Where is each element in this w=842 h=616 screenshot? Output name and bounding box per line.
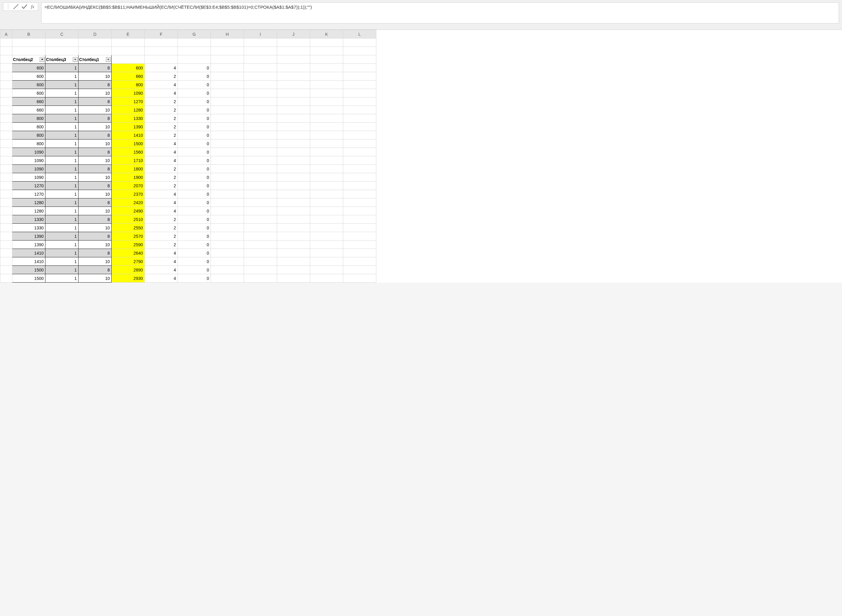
cell[interactable]: 0 xyxy=(178,139,211,148)
cell[interactable] xyxy=(277,173,310,182)
cell-highlight[interactable]: 1390 xyxy=(112,123,145,131)
cell[interactable] xyxy=(277,38,310,47)
cell[interactable] xyxy=(343,224,376,232)
cell[interactable]: 4 xyxy=(145,249,178,257)
cell[interactable]: 2 xyxy=(145,215,178,224)
cell[interactable] xyxy=(244,232,277,241)
cell[interactable]: 2 xyxy=(145,106,178,114)
cell[interactable] xyxy=(343,173,376,182)
cell[interactable]: 1 xyxy=(46,106,78,114)
cell[interactable] xyxy=(310,173,343,182)
cell[interactable]: 8 xyxy=(78,232,112,241)
cell[interactable] xyxy=(310,274,343,283)
cell[interactable] xyxy=(310,97,343,106)
cell[interactable] xyxy=(277,89,310,97)
cell-highlight[interactable]: 800 xyxy=(112,81,145,89)
cell[interactable]: 8 xyxy=(78,148,112,156)
cell-highlight[interactable]: 2510 xyxy=(112,215,145,224)
cell[interactable] xyxy=(211,139,244,148)
cell[interactable] xyxy=(0,55,12,64)
cell[interactable]: 800 xyxy=(12,114,46,123)
column-header-C[interactable]: C xyxy=(46,30,78,38)
cell[interactable] xyxy=(310,47,343,55)
cell[interactable] xyxy=(343,97,376,106)
cell[interactable]: 660 xyxy=(12,106,46,114)
cell[interactable]: 1090 xyxy=(12,165,46,173)
cell[interactable] xyxy=(310,224,343,232)
cell[interactable] xyxy=(244,106,277,114)
cell[interactable]: 10 xyxy=(78,224,112,232)
cell[interactable] xyxy=(277,257,310,266)
cell[interactable]: 4 xyxy=(145,148,178,156)
cell[interactable] xyxy=(211,81,244,89)
cell[interactable] xyxy=(178,47,211,55)
cell[interactable] xyxy=(12,38,46,47)
table-header-cell[interactable]: Столбец1 xyxy=(78,55,112,64)
cell[interactable] xyxy=(211,64,244,72)
cell[interactable] xyxy=(0,232,12,241)
cell[interactable] xyxy=(211,123,244,131)
cell-highlight[interactable]: 1330 xyxy=(112,114,145,123)
cell[interactable] xyxy=(0,38,12,47)
cell[interactable] xyxy=(343,241,376,249)
cell[interactable]: 8 xyxy=(78,182,112,190)
cell[interactable] xyxy=(244,123,277,131)
cell[interactable] xyxy=(0,241,12,249)
table-header-cell[interactable]: Столбец3 xyxy=(46,55,78,64)
cell[interactable] xyxy=(343,81,376,89)
cell[interactable]: 10 xyxy=(78,241,112,249)
cell[interactable]: 800 xyxy=(12,139,46,148)
cell-highlight[interactable]: 600 xyxy=(112,64,145,72)
cancel-formula-button[interactable] xyxy=(13,4,19,10)
cell[interactable]: 10 xyxy=(78,257,112,266)
cell[interactable] xyxy=(244,266,277,274)
cell[interactable] xyxy=(343,139,376,148)
cell[interactable] xyxy=(244,148,277,156)
cell[interactable]: 1 xyxy=(46,123,78,131)
enter-formula-button[interactable] xyxy=(21,4,27,10)
cell[interactable] xyxy=(277,190,310,198)
cell[interactable]: 4 xyxy=(145,89,178,97)
cell[interactable]: 1 xyxy=(46,266,78,274)
cell[interactable]: 600 xyxy=(12,81,46,89)
cell[interactable] xyxy=(310,89,343,97)
cell[interactable] xyxy=(310,64,343,72)
cell[interactable] xyxy=(0,148,12,156)
column-header-H[interactable]: H xyxy=(211,30,244,38)
cell[interactable]: 0 xyxy=(178,224,211,232)
cell[interactable]: 0 xyxy=(178,64,211,72)
cell[interactable] xyxy=(343,215,376,224)
cell[interactable] xyxy=(277,249,310,257)
cell[interactable]: 1 xyxy=(46,207,78,215)
column-header-F[interactable]: F xyxy=(145,30,178,38)
cell[interactable] xyxy=(343,207,376,215)
cell[interactable]: 1 xyxy=(46,81,78,89)
cell[interactable] xyxy=(310,156,343,165)
cell[interactable]: 0 xyxy=(178,165,211,173)
cell[interactable]: 1500 xyxy=(12,266,46,274)
cell[interactable] xyxy=(277,148,310,156)
cell[interactable] xyxy=(310,131,343,139)
cell[interactable] xyxy=(244,47,277,55)
cell[interactable]: 0 xyxy=(178,257,211,266)
cell[interactable] xyxy=(244,38,277,47)
cell[interactable]: 2 xyxy=(145,165,178,173)
cell[interactable] xyxy=(277,241,310,249)
cell-highlight[interactable]: 2590 xyxy=(112,241,145,249)
cell[interactable] xyxy=(277,97,310,106)
cell-highlight[interactable]: 1560 xyxy=(112,148,145,156)
cell[interactable] xyxy=(343,156,376,165)
cell[interactable] xyxy=(0,97,12,106)
cell[interactable]: 800 xyxy=(12,123,46,131)
filter-dropdown-icon[interactable] xyxy=(106,57,111,62)
cell[interactable]: 4 xyxy=(145,266,178,274)
cell[interactable] xyxy=(343,89,376,97)
cell[interactable] xyxy=(244,55,277,64)
cell[interactable]: 0 xyxy=(178,131,211,139)
cell[interactable] xyxy=(0,165,12,173)
cell[interactable] xyxy=(0,47,12,55)
cell[interactable] xyxy=(343,182,376,190)
cell[interactable] xyxy=(310,266,343,274)
cell-highlight[interactable]: 1090 xyxy=(112,89,145,97)
cell[interactable] xyxy=(0,156,12,165)
